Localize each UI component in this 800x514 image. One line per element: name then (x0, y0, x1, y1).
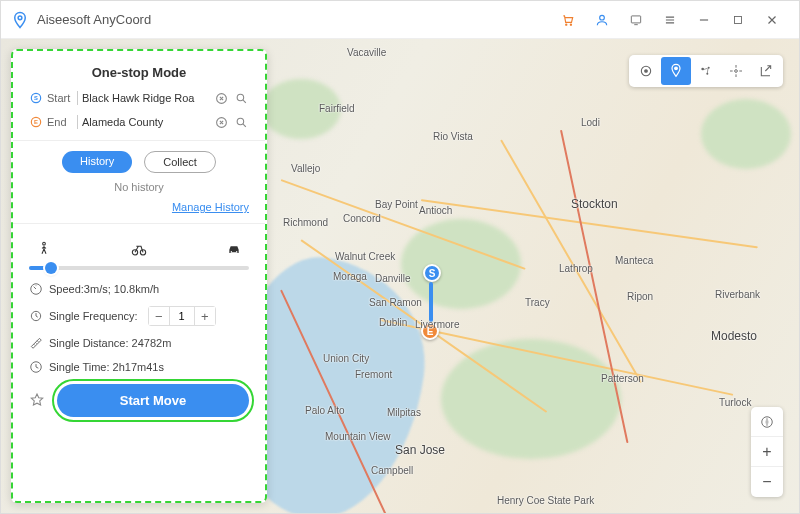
end-pin-icon: E (29, 115, 43, 129)
zoom-controls: + − (751, 407, 783, 497)
start-move-button[interactable]: Start Move (57, 384, 249, 417)
city-label: Patterson (601, 373, 644, 384)
tool-joystick-icon[interactable] (721, 57, 751, 85)
end-location-row: E End (29, 114, 249, 130)
repeat-icon (29, 309, 43, 323)
svg-point-2 (570, 24, 571, 25)
no-history-text: No history (29, 181, 249, 193)
svg-point-1 (566, 24, 567, 25)
start-marker-icon: S (423, 264, 441, 282)
city-label: Walnut Creek (335, 251, 395, 262)
city-label: Antioch (419, 205, 452, 216)
manage-history-link[interactable]: Manage History (29, 201, 249, 213)
tool-multistop-icon[interactable] (691, 57, 721, 85)
svg-point-18 (236, 251, 237, 252)
slider-handle[interactable] (45, 262, 57, 274)
compass-icon[interactable] (751, 407, 783, 437)
freq-input[interactable] (169, 307, 195, 325)
city-label: Dublin (379, 317, 407, 328)
zoom-in-button[interactable]: + (751, 437, 783, 467)
menu-icon[interactable] (653, 1, 687, 39)
city-label: Bay Point (375, 199, 418, 210)
tab-collect[interactable]: Collect (144, 151, 216, 173)
feedback-icon[interactable] (619, 1, 653, 39)
clock-icon (29, 360, 43, 374)
tab-history[interactable]: History (62, 151, 132, 173)
svg-point-25 (701, 68, 704, 71)
start-input[interactable] (82, 92, 209, 104)
cart-icon[interactable] (551, 1, 585, 39)
freq-minus-button[interactable]: − (149, 307, 169, 325)
city-label: Henry Coe State Park (497, 495, 594, 506)
titlebar: Aiseesoft AnyCoord (1, 1, 799, 39)
svg-point-15 (132, 250, 137, 255)
favorite-icon[interactable] (29, 392, 47, 410)
svg-point-0 (18, 15, 22, 19)
route-panel: One-stop Mode S Start E End History Coll… (11, 49, 267, 503)
app-logo-icon (11, 11, 29, 29)
svg-point-14 (43, 242, 46, 245)
bike-icon[interactable] (128, 240, 150, 258)
svg-point-16 (140, 250, 145, 255)
history-tabs: History Collect (29, 151, 249, 173)
frequency-stepper: − + (148, 306, 216, 326)
start-label: Start (47, 92, 73, 104)
tool-onestop-icon[interactable] (661, 57, 691, 85)
city-label: Tracy (525, 297, 550, 308)
map-toolbar (629, 55, 783, 87)
time-row: Single Time: 2h17m41s (29, 360, 249, 374)
end-label: End (47, 116, 73, 128)
start-search-icon[interactable] (233, 90, 249, 106)
svg-point-23 (645, 70, 648, 73)
city-label: Palo Alto (305, 405, 344, 416)
svg-point-17 (231, 251, 232, 252)
speed-row: Speed:3m/s; 10.8km/h (29, 282, 249, 296)
maximize-icon[interactable] (721, 1, 755, 39)
panel-title: One-stop Mode (29, 65, 249, 80)
start-location-row: S Start (29, 90, 249, 106)
city-label: Moraga (333, 271, 367, 282)
end-search-icon[interactable] (233, 114, 249, 130)
speed-slider[interactable] (29, 266, 249, 270)
zoom-out-button[interactable]: − (751, 467, 783, 497)
app-title: Aiseesoft AnyCoord (37, 12, 551, 27)
tool-export-icon[interactable] (751, 57, 781, 85)
car-icon[interactable] (223, 240, 245, 258)
start-pin-icon: S (29, 91, 43, 105)
walk-icon[interactable] (33, 240, 55, 258)
freq-plus-button[interactable]: + (195, 307, 215, 325)
gauge-icon (29, 282, 43, 296)
city-label: San Jose (395, 443, 445, 457)
city-label: Danville (375, 273, 411, 284)
city-label: Vallejo (291, 163, 320, 174)
start-clear-icon[interactable] (213, 90, 229, 106)
svg-rect-5 (735, 16, 742, 23)
city-label: Concord (343, 213, 381, 224)
svg-point-13 (237, 118, 244, 125)
frequency-row: Single Frequency: − + (29, 306, 249, 326)
end-input[interactable] (82, 116, 209, 128)
city-label: Modesto (711, 329, 757, 343)
city-label: Milpitas (387, 407, 421, 418)
city-label: Union City (323, 353, 369, 364)
end-clear-icon[interactable] (213, 114, 229, 130)
minimize-icon[interactable] (687, 1, 721, 39)
svg-point-28 (735, 70, 738, 73)
city-label: Fremont (355, 369, 392, 380)
city-label: Mountain View (325, 431, 390, 442)
ruler-icon (29, 336, 43, 350)
city-label: Turlock (719, 397, 751, 408)
city-label: Fairfield (319, 103, 355, 114)
svg-text:E: E (34, 119, 38, 125)
city-label: Richmond (283, 217, 328, 228)
city-label: Stockton (571, 197, 618, 211)
tool-locate-icon[interactable] (631, 57, 661, 85)
city-label: Rio Vista (433, 131, 473, 142)
svg-rect-4 (631, 15, 640, 22)
travel-mode-row (29, 234, 249, 258)
city-label: San Ramon (369, 297, 422, 308)
user-icon[interactable] (585, 1, 619, 39)
city-label: Riverbank (715, 289, 760, 300)
close-icon[interactable] (755, 1, 789, 39)
distance-row: Single Distance: 24782m (29, 336, 249, 350)
